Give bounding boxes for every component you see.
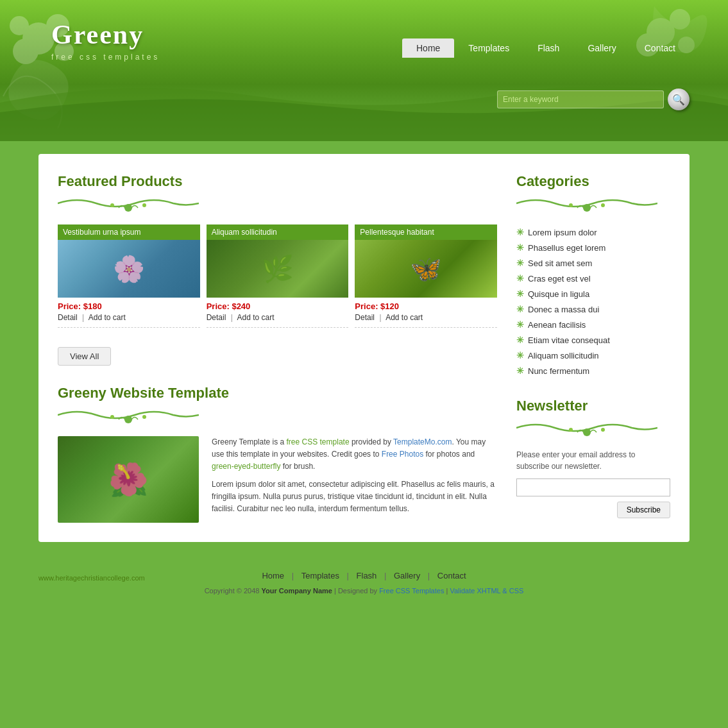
svg-point-14 [142,415,146,419]
logo-title: Greeny [51,19,160,50]
categories-section: Categories ✳Lorem ipsum dolor ✳Phasellus… [516,173,670,378]
cat-star-icon: ✳ [516,242,524,253]
link-templatemo[interactable]: TemplateMo.com [393,437,452,446]
about-section: Greeny Website Template [58,385,497,523]
search-icon: 🔍 [672,94,685,106]
footer-sep: | [347,571,351,580]
logo-area: Greeny free css templates [51,19,160,62]
about-para-1: Greeny Template is a free CSS template p… [212,436,497,473]
link-butterfly[interactable]: green-eyed-butterfly [212,462,280,471]
svg-point-19 [569,428,573,432]
product-cart-2[interactable]: Add to cart [237,313,275,322]
product-label-2: Aliquam sollicitudin [207,224,349,240]
svg-point-9 [124,204,132,212]
logo-subtitle: free css templates [51,53,160,62]
search-button[interactable]: 🔍 [668,89,690,110]
separator-2: | [231,313,233,322]
about-content: Greeny Template is a free CSS template p… [58,436,497,523]
category-item: ✳Sed sit amet sem [516,255,670,271]
link-free-css[interactable]: free CSS template [287,437,350,446]
category-item: ✳Cras eget est vel [516,271,670,286]
product-cart-1[interactable]: Add to cart [89,313,126,322]
product-label-3: Pellentesque habitant [355,224,497,240]
product-item-2: Aliquam sollicitudin Price: $240 Detail … [207,224,349,328]
product-item-3: Pellentesque habitant Price: $120 Detail… [355,224,497,328]
separator-1: | [82,313,84,322]
product-detail-3[interactable]: Detail [355,313,375,322]
main-wrapper: Featured Products Vestibulum urna ipsu [0,141,728,561]
footer-validate-link[interactable]: Validate XHTML & CSS [450,587,523,595]
footer-nav-contact[interactable]: Contact [437,571,466,580]
category-item: ✳Etiam vitae consequat [516,332,670,348]
footer-nav-templates[interactable]: Templates [301,571,339,580]
svg-point-17 [601,203,605,207]
cat-star-icon: ✳ [516,366,524,376]
nav-templates[interactable]: Templates [454,39,523,57]
about-divider [58,405,199,425]
product-price-3: Price: $120 [355,301,497,311]
about-title: Greeny Website Template [58,385,497,402]
product-item-1: Vestibulum urna ipsum Price: $180 Detail… [58,224,200,328]
category-item: ✳Nunc fermentum [516,363,670,378]
product-actions-1: Detail | Add to cart [58,313,200,328]
product-image-1 [58,240,200,298]
product-image-2 [207,240,349,298]
newsletter-email-input[interactable] [516,478,670,496]
svg-point-16 [569,203,573,207]
featured-divider [58,194,199,213]
newsletter-description: Please enter your email address to subsc… [516,449,670,472]
newsletter-title: Newsletter [516,398,670,414]
svg-point-4 [10,16,29,35]
footer-nav-gallery[interactable]: Gallery [394,571,420,580]
nav-flash[interactable]: Flash [523,39,573,57]
search-input[interactable] [497,90,664,108]
svg-point-13 [110,415,114,419]
category-item: ✳Aliquam sollicitudin [516,348,670,363]
right-column: Categories ✳Lorem ipsum dolor ✳Phasellus… [516,173,670,523]
footer-site-url: www.heritagechristiancollege.com [38,574,145,582]
footer-nav-home[interactable]: Home [262,571,284,580]
product-detail-2[interactable]: Detail [207,313,226,322]
view-all-button[interactable]: View All [58,347,111,366]
news-wave-svg [516,418,657,437]
footer-nav-flash[interactable]: Flash [357,571,377,580]
cat-wave-svg [516,194,657,213]
cat-star-icon: ✳ [516,258,524,268]
footer-css-link[interactable]: Free CSS Templates [379,587,444,595]
svg-point-12 [124,416,132,423]
separator-3: | [379,313,381,322]
subscribe-button[interactable]: Subscribe [617,502,670,518]
cat-star-icon: ✳ [516,319,524,330]
cat-star-icon: ✳ [516,335,524,345]
product-cart-3[interactable]: Add to cart [385,313,423,322]
wave-svg [58,194,199,213]
search-area: 🔍 [497,89,690,110]
category-item: ✳Lorem ipsum dolor [516,224,670,240]
footer-nav: Home | Templates | Flash | Gallery | Con… [257,571,471,580]
category-item: ✳Phasellus eget lorem [516,240,670,255]
about-para-2: Lorem ipsum dolor sit amet, consectetur … [212,478,497,516]
about-text: Greeny Template is a free CSS template p… [212,436,497,523]
nav-home[interactable]: Home [402,38,454,58]
about-wave-svg [58,405,199,425]
product-actions-3: Detail | Add to cart [355,313,497,328]
product-actions-2: Detail | Add to cart [207,313,349,328]
link-free-photos[interactable]: Free Photos [382,450,423,459]
svg-point-15 [583,204,591,212]
category-item: ✳Quisque in ligula [516,286,670,301]
categories-list: ✳Lorem ipsum dolor ✳Phasellus eget lorem… [516,224,670,378]
left-column: Featured Products Vestibulum urna ipsu [58,173,497,523]
newsletter-divider [516,418,657,437]
svg-point-11 [142,203,146,207]
svg-point-10 [110,203,114,207]
categories-divider [516,194,657,213]
about-image [58,436,199,523]
product-image-3 [355,240,497,298]
featured-products-section: Featured Products Vestibulum urna ipsu [58,173,497,366]
footer-sep: | [292,571,296,580]
nav-contact[interactable]: Contact [631,39,690,57]
cat-star-icon: ✳ [516,273,524,284]
nav-gallery[interactable]: Gallery [573,39,630,57]
svg-point-6 [670,9,690,30]
product-detail-1[interactable]: Detail [58,313,78,322]
